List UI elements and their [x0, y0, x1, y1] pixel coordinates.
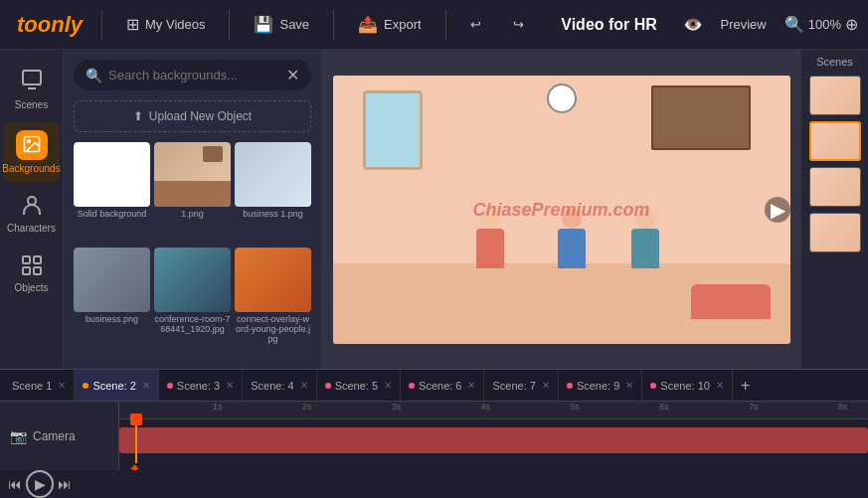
scene-thumb-3[interactable] [809, 167, 861, 207]
next-button[interactable]: ⏭ [58, 476, 72, 492]
bg-business1-preview [235, 142, 311, 207]
playback-controls: ⏮ ▶ ⏭ [0, 470, 868, 498]
ruler-mark-5s: 5s [570, 402, 580, 412]
scenes-arrow-button[interactable]: ▶ [765, 197, 790, 223]
prev-button[interactable]: ⏮ [8, 476, 22, 492]
scene-2-close[interactable]: ✕ [142, 380, 150, 391]
scene-tab-1[interactable]: Scene 1 ✕ [4, 370, 75, 401]
list-item[interactable]: conference-room-768441_1920.jpg [154, 248, 231, 369]
upload-label: Upload New Object [149, 109, 252, 123]
scene-thumb-2[interactable] [809, 121, 861, 161]
backgrounds-grid: Solid background 1.png business 1.png bu… [64, 142, 321, 369]
nav-divider-1 [101, 10, 102, 40]
scenes-label: Scenes [15, 99, 48, 110]
nav-divider-3 [333, 10, 334, 40]
search-clear-button[interactable]: ✕ [286, 66, 299, 84]
objects-label: Objects [15, 282, 49, 293]
scene-tab-4[interactable]: Scene: 4 ✕ [243, 370, 316, 401]
zoom-level: 100% [808, 17, 841, 32]
scene-thumb-4[interactable] [809, 213, 861, 252]
my-videos-label: My Videos [145, 17, 205, 32]
sidebar-item-characters[interactable]: Characters [4, 186, 60, 242]
list-item[interactable]: connect-overlay-word-young-people.jpg [235, 248, 311, 369]
list-item[interactable]: business 1.png [235, 142, 311, 244]
bg-connect-preview [235, 248, 311, 312]
zoom-out-button[interactable]: 🔍 [784, 15, 804, 34]
list-item[interactable]: 1.png [154, 142, 231, 244]
video-title: Video for HR [544, 16, 675, 34]
scene-tab-7[interactable]: Scene: 7 ✕ [484, 370, 558, 401]
sidebar-item-objects[interactable]: Objects [4, 246, 60, 301]
play-button[interactable]: ▶ [26, 470, 54, 498]
zoom-in-button[interactable]: ⊕ [845, 15, 858, 34]
scene-7-close[interactable]: ✕ [542, 380, 550, 391]
canvas-frame: ChiasePremium.com [333, 76, 790, 344]
bg-conf-label: conference-room-768441_1920.jpg [154, 312, 231, 340]
app-logo: toonly [10, 7, 89, 43]
scene-thumb-1[interactable] [809, 76, 861, 115]
search-input[interactable] [108, 68, 280, 83]
scene-4-label: Scene: 4 [251, 380, 293, 392]
scene-board [651, 85, 751, 150]
scene-4-close[interactable]: ✕ [300, 380, 308, 391]
export-button[interactable]: 📤 Export [346, 9, 434, 40]
scene-tab-6[interactable]: Scene: 6 ✕ [401, 370, 484, 401]
my-videos-button[interactable]: ⊞ My Videos [114, 9, 217, 40]
scene-1-close[interactable]: ✕ [58, 380, 66, 391]
scene-5-label: Scene: 5 [335, 380, 378, 392]
save-icon: 💾 [254, 15, 273, 34]
undo-icon: ↩ [470, 17, 481, 32]
list-item[interactable]: Solid background [74, 142, 150, 244]
bg-business-preview [74, 248, 150, 312]
redo-button[interactable]: ↪ [501, 11, 536, 38]
camera-track-label: 📷 Camera [0, 402, 119, 470]
cursor-arrow-up: ⬆ [127, 461, 142, 470]
backgrounds-panel: 🔍 ✕ ⬆ Upload New Object Solid background… [64, 50, 322, 369]
scene-tab-3[interactable]: Scene: 3 ✕ [159, 370, 243, 401]
scene-tabs: Scene 1 ✕ Scene: 2 ✕ Scene: 3 ✕ Scene: 4… [0, 370, 868, 402]
sidebar-item-scenes[interactable]: Scenes [4, 60, 60, 118]
timeline-bar [119, 427, 868, 453]
char3-head [635, 209, 655, 229]
scene-tab-5[interactable]: Scene: 5 ✕ [317, 370, 401, 401]
scene-tab-9[interactable]: Scene: 9 ✕ [559, 370, 642, 401]
add-scene-button[interactable]: + [733, 373, 758, 399]
timeline-cursor[interactable]: ⬆ [135, 419, 137, 463]
scene-3-close[interactable]: ✕ [226, 380, 234, 391]
scene-9-close[interactable]: ✕ [625, 380, 633, 391]
bg-1-label: 1.png [154, 207, 231, 225]
scene-10-label: Scene: 10 [660, 380, 710, 392]
upload-icon: ⬆ [133, 109, 143, 123]
scene-2-dot [83, 383, 88, 389]
main-area: Scenes Backgrounds Characters [0, 50, 868, 369]
char2-head [562, 209, 582, 229]
characters-label: Characters [7, 223, 56, 234]
left-sidebar: Scenes Backgrounds Characters [0, 50, 64, 369]
scene-10-close[interactable]: ✕ [716, 380, 724, 391]
svg-rect-0 [23, 71, 41, 84]
scene-5-close[interactable]: ✕ [384, 380, 392, 391]
timeline-track[interactable]: 1s 2s 3s 4s 5s 6s 7s 8s ⬆ [119, 402, 868, 470]
scene-6-close[interactable]: ✕ [467, 380, 475, 391]
scene-1-label: Scene 1 [12, 380, 52, 392]
export-icon: 📤 [358, 15, 378, 34]
nav-right: 👁️ Preview 🔍 100% ⊕ [683, 11, 859, 38]
scene-6-dot [409, 383, 415, 389]
svg-rect-5 [34, 256, 41, 263]
upload-button[interactable]: ⬆ Upload New Object [74, 100, 311, 132]
scene-tab-10[interactable]: Scene: 10 ✕ [642, 370, 733, 401]
save-button[interactable]: 💾 Save [242, 9, 321, 40]
scene-thumb-2-inner [811, 123, 859, 159]
scene-tab-2[interactable]: Scene: 2 ✕ [75, 370, 158, 401]
scene-window [363, 90, 423, 170]
sidebar-item-backgrounds[interactable]: Backgrounds [4, 122, 60, 182]
ruler-mark-1s: 1s [213, 402, 223, 412]
char1-head [480, 209, 500, 229]
zoom-control: 🔍 100% ⊕ [784, 15, 858, 34]
undo-button[interactable]: ↩ [458, 11, 493, 38]
preview-button[interactable]: Preview [709, 11, 779, 38]
scene-sofa [691, 284, 771, 319]
list-item[interactable]: business.png [74, 248, 150, 369]
scenes-panel-label: Scenes [816, 56, 853, 68]
scene-3-label: Scene: 3 [177, 380, 220, 392]
